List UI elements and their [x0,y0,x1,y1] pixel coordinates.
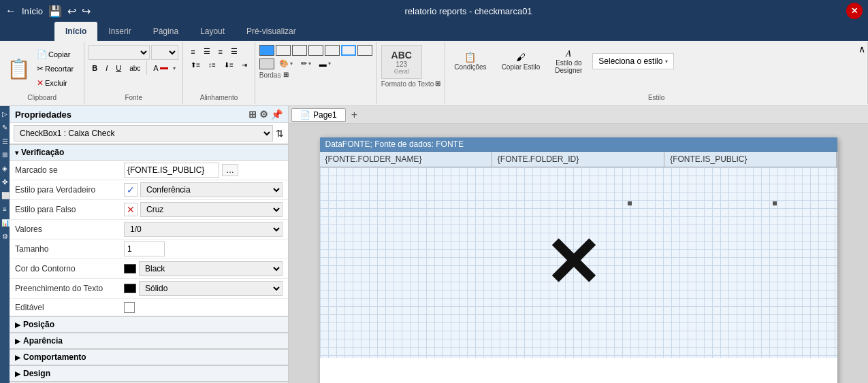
estilo-verdadeiro-select[interactable]: Conferência [140,182,283,197]
valign-bot-button[interactable]: ⬇≡ [221,59,237,71]
cor-contorno-swatch [124,264,136,273]
shape-2[interactable] [276,45,291,56]
lp-icon-7[interactable]: ⬜ [0,190,10,201]
valign-mid-button[interactable]: ↕≡ [205,59,219,71]
undo-icon[interactable]: ↩ [67,5,76,18]
align-row1: ≡ ☰ ≡ ☰ [187,45,241,58]
align-left-button[interactable]: ≡ [187,46,198,58]
close-button[interactable]: ✕ [846,3,863,19]
bold-button[interactable]: B [89,62,101,74]
preenchimento-row: Preenchimento do Texto Sólido [10,279,288,299]
shape-5[interactable] [325,45,340,56]
ribbon-collapse-button[interactable]: ∧ [858,44,865,54]
shapes-row [259,45,372,56]
canvas-area: 📄 Page1 + DataFONTE; Fonte de dados: FON… [289,106,868,383]
font-family-select[interactable] [89,45,150,60]
tamanho-input[interactable] [124,242,165,256]
prop-settings-icon[interactable]: ⚙ [259,109,268,120]
lp-icon-6[interactable]: ✤ [0,177,10,187]
border-style-button[interactable]: ▬▾ [316,58,334,70]
valign-top-button[interactable]: ⬆≡ [187,59,204,71]
copy-button[interactable]: 📄 Copiar [33,48,77,61]
tab-inicio[interactable]: Início [54,22,97,41]
lp-icon-10[interactable]: ⚙ [0,231,10,242]
editavel-checkbox[interactable] [124,302,135,313]
menu-button[interactable]: Início [22,6,43,16]
lp-icon-2[interactable]: ✎ [0,122,10,133]
col-header-2: {FONTE.FOLDER_ID} [492,152,664,167]
comportamento-section-header[interactable]: ▶ Comportamento [10,349,288,365]
fill-color-button[interactable]: 🎨▾ [276,57,296,70]
lp-icon-9[interactable]: 📊 [0,218,10,228]
align-center-button[interactable]: ☰ [200,45,214,58]
sort-properties-button[interactable]: ⇅ [276,128,284,139]
datasource-bar: DataFONTE; Fonte de dados: FONTE [320,137,837,152]
border-all[interactable] [259,59,274,69]
properties-selector: CheckBox1 : Caixa Check ⇅ [10,123,288,144]
formato-expand[interactable]: ⊞ [435,80,440,87]
bordas-expand[interactable]: ⊞ [283,71,289,78]
aparencia-section-header[interactable]: ▶ Aparência [10,333,288,349]
shape-active[interactable] [341,45,356,56]
underline-button[interactable]: U [112,62,125,74]
designer-button[interactable]: 𝐴 Estilo doDesigner [550,45,587,78]
marcado-se-ellipsis[interactable]: … [222,164,238,176]
design-section-header[interactable]: ▶ Design [10,365,288,382]
posicao-section-header[interactable]: ▶ Posição [10,316,288,333]
canvas-scroll[interactable]: DataFONTE; Fonte de dados: FONTE {FONTE.… [289,124,868,383]
tab-layout[interactable]: Layout [189,22,236,41]
strikethrough-button[interactable]: abc [126,63,144,74]
preenchimento-select[interactable]: Sólido [139,281,283,296]
properties-title: Propriedades [15,110,71,120]
shape-3[interactable] [292,45,307,56]
page1-tab[interactable]: 📄 Page1 [291,108,346,122]
redo-icon[interactable]: ↪ [82,5,91,18]
design-label: Design [23,369,50,378]
tab-pre-visualizar[interactable]: Pré-visualizar [236,22,307,41]
estilo-falso-select[interactable]: Cruz [140,202,283,217]
italic-button[interactable]: I [102,62,111,74]
align-justify-button[interactable]: ☰ [227,45,241,58]
lp-icon-5[interactable]: ◈ [0,163,10,173]
align-row2: ⬆≡ ↕≡ ⬇≡ ⇥ [187,59,251,71]
prop-grid-icon[interactable]: ⊞ [248,109,257,120]
verificacao-section-header[interactable]: ▾ Verificação [10,144,288,161]
clipboard-sub-buttons: 📄 Copiar ✂ Recortar ✕ Excluir [33,48,77,90]
cor-contorno-label: Cor do Contorno [15,264,124,273]
component-selector[interactable]: CheckBox1 : Caixa Check [14,125,273,141]
tab-inserir[interactable]: Inserir [97,22,142,41]
line-color-button[interactable]: ✏▾ [298,57,315,70]
shape-7[interactable] [357,45,372,56]
designer-icon: 𝐴 [566,48,572,58]
shape-1[interactable] [259,45,274,56]
back-icon[interactable]: ← [5,5,16,17]
canvas-grid[interactable]: ✕ [320,167,837,358]
copy-style-button[interactable]: 🖌 Copiar Estilo [497,49,545,74]
estilo-row: 📋 Condições 🖌 Copiar Estilo 𝐴 Estilo doD… [449,45,674,78]
cor-contorno-select[interactable]: Black [139,261,283,276]
bordas-group: 🎨▾ ✏▾ ▬▾ Bordas ⊞ [255,42,377,104]
add-page-button[interactable]: + [349,109,360,121]
align-right-button[interactable]: ≡ [215,46,226,58]
lp-icon-4[interactable]: ⊞ [0,150,10,160]
alinhamento-label: Alinhamento [187,93,251,101]
delete-button[interactable]: ✕ Excluir [33,76,77,90]
cut-button[interactable]: ✂ Recortar [33,62,77,76]
save-icon[interactable]: 💾 [48,5,62,18]
lp-icon-1[interactable]: ▷ [0,109,10,119]
select-style-dropdown[interactable]: Seleciona o estilo ▾ [592,53,674,69]
valores-select[interactable]: 1/0 [124,222,283,237]
shape-4[interactable] [308,45,323,56]
editavel-value [124,302,283,313]
lp-icon-8[interactable]: ≡ [0,204,10,214]
marcado-se-input[interactable] [124,163,219,178]
conditions-button[interactable]: 📋 Condições [449,49,491,74]
font-color-button[interactable]: A [150,62,171,74]
font-color-dropdown[interactable]: ▾ [173,65,176,71]
font-size-select[interactable] [151,45,178,60]
indent-button[interactable]: ⇥ [238,59,251,71]
lp-icon-3[interactable]: ☰ [0,136,10,146]
prop-pin-icon[interactable]: 📌 [271,109,283,120]
tab-pagina[interactable]: Página [142,22,189,41]
checkbox-x-symbol: ✕ [544,223,601,303]
